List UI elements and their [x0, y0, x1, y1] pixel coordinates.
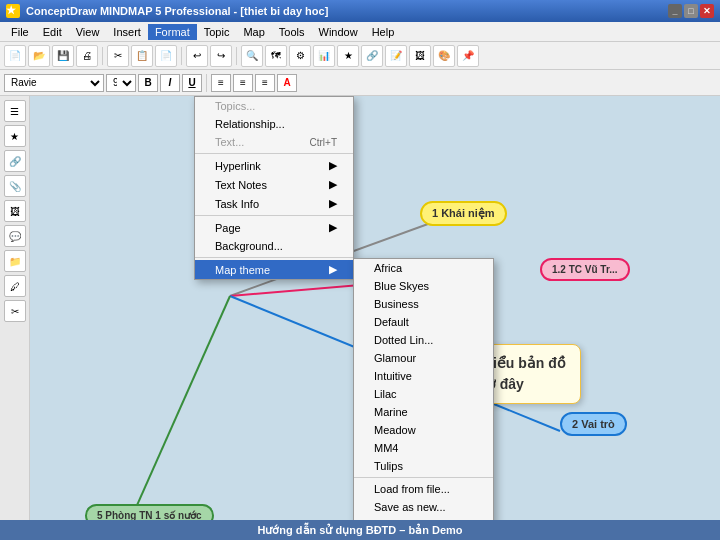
menu-bar: File Edit View Insert Format Topic Map T…: [0, 22, 720, 42]
tb2[interactable]: ⚙: [289, 45, 311, 67]
menu-view[interactable]: View: [69, 24, 107, 40]
tb8[interactable]: 🎨: [433, 45, 455, 67]
theme-load-file[interactable]: Load from file...: [354, 480, 493, 498]
node-vai-tro[interactable]: 2 Vai trò: [560, 412, 627, 436]
tb9[interactable]: 📌: [457, 45, 479, 67]
undo-button[interactable]: ↩: [186, 45, 208, 67]
theme-tulips[interactable]: Tulips: [354, 457, 493, 475]
menu-item-topics[interactable]: Topics...: [195, 97, 353, 115]
menu-insert[interactable]: Insert: [106, 24, 148, 40]
panel-btn-2[interactable]: ★: [4, 125, 26, 147]
theme-business[interactable]: Business: [354, 295, 493, 313]
node-tc-vu-tru[interactable]: 1.2 TC Vũ Tr...: [540, 258, 630, 281]
color-btn[interactable]: A: [277, 74, 297, 92]
svg-line-3: [130, 296, 230, 520]
panel-btn-4[interactable]: 📎: [4, 175, 26, 197]
theme-dotted-lin[interactable]: Dotted Lin...: [354, 331, 493, 349]
theme-glamour[interactable]: Glamour: [354, 349, 493, 367]
status-bar: Hướng dẫn sử dụng BĐTD – bản Demo: [0, 520, 720, 540]
menu-item-task-info[interactable]: Task Info ▶: [195, 194, 353, 213]
tb4[interactable]: ★: [337, 45, 359, 67]
theme-reset[interactable]: Reset level to default: [354, 516, 493, 520]
separator3: [236, 47, 237, 65]
window-title: ConceptDraw MINDMAP 5 Professional - [th…: [26, 5, 328, 17]
align-left[interactable]: ≡: [211, 74, 231, 92]
panel-btn-5[interactable]: 🖼: [4, 200, 26, 222]
paste-button[interactable]: 📄: [155, 45, 177, 67]
main-area: ☰ ★ 🔗 📎 🖼 💬 📁 🖊 ✂ 1 Khái niệm 1.2 TC Vũ …: [0, 96, 720, 520]
panel-btn-3[interactable]: 🔗: [4, 150, 26, 172]
font-size-select[interactable]: 9: [106, 74, 136, 92]
menu-item-background[interactable]: Background...: [195, 237, 353, 255]
left-panel: ☰ ★ 🔗 📎 🖼 💬 📁 🖊 ✂: [0, 96, 30, 520]
theme-marine[interactable]: Marine: [354, 403, 493, 421]
print-button[interactable]: 🖨: [76, 45, 98, 67]
mindmap-canvas: 1 Khái niệm 1.2 TC Vũ Tr... 2 Vai trò 5 …: [30, 96, 720, 520]
theme-save-new[interactable]: Save as new...: [354, 498, 493, 516]
new-button[interactable]: 📄: [4, 45, 26, 67]
sep1: [195, 153, 353, 154]
panel-btn-6[interactable]: 💬: [4, 225, 26, 247]
menu-item-relationship[interactable]: Relationship...: [195, 115, 353, 133]
format-toolbar: Ravie 9 B I U ≡ ≡ ≡ A: [0, 70, 720, 96]
menu-item-text-notes[interactable]: Text Notes ▶: [195, 175, 353, 194]
theme-meadow[interactable]: Meadow: [354, 421, 493, 439]
theme-sep1: [354, 477, 493, 478]
zoom-button[interactable]: 🔍: [241, 45, 263, 67]
bold-button[interactable]: B: [138, 74, 158, 92]
panel-btn-8[interactable]: 🖊: [4, 275, 26, 297]
copy-button[interactable]: 📋: [131, 45, 153, 67]
tb7[interactable]: 🖼: [409, 45, 431, 67]
footer-text: Hướng dẫn sử dụng BĐTD – bản Demo: [257, 524, 462, 537]
cut-button[interactable]: ✂: [107, 45, 129, 67]
menu-edit[interactable]: Edit: [36, 24, 69, 40]
window-controls: _ □ ✕: [668, 4, 714, 18]
node-phong-tn[interactable]: 5 Phòng TN 1 số nước: [85, 504, 214, 520]
panel-btn-9[interactable]: ✂: [4, 300, 26, 322]
theme-default[interactable]: Default: [354, 313, 493, 331]
menu-item-text[interactable]: Text... Ctrl+T: [195, 133, 353, 151]
minimize-button[interactable]: _: [668, 4, 682, 18]
font-select[interactable]: Ravie: [4, 74, 104, 92]
theme-lilac[interactable]: Lilac: [354, 385, 493, 403]
menu-item-hyperlink[interactable]: Hyperlink ▶: [195, 156, 353, 175]
menu-topic[interactable]: Topic: [197, 24, 237, 40]
separator1: [102, 47, 103, 65]
theme-mm4[interactable]: MM4: [354, 439, 493, 457]
menu-format[interactable]: Format: [148, 24, 197, 40]
open-button[interactable]: 📂: [28, 45, 50, 67]
separator2: [181, 47, 182, 65]
panel-btn-7[interactable]: 📁: [4, 250, 26, 272]
separator4: [206, 74, 207, 92]
menu-help[interactable]: Help: [365, 24, 402, 40]
sep3: [195, 257, 353, 258]
tb6[interactable]: 📝: [385, 45, 407, 67]
save-button[interactable]: 💾: [52, 45, 74, 67]
menu-tools[interactable]: Tools: [272, 24, 312, 40]
underline-button[interactable]: U: [182, 74, 202, 92]
map-theme-submenu: Africa Blue Skyes Business Default Dotte…: [353, 258, 494, 520]
title-bar: ★ ConceptDraw MINDMAP 5 Professional - […: [0, 0, 720, 22]
align-center[interactable]: ≡: [233, 74, 253, 92]
italic-button[interactable]: I: [160, 74, 180, 92]
menu-item-page[interactable]: Page ▶: [195, 218, 353, 237]
menu-map[interactable]: Map: [236, 24, 271, 40]
app-icon: ★: [6, 4, 20, 18]
redo-button[interactable]: ↪: [210, 45, 232, 67]
maximize-button[interactable]: □: [684, 4, 698, 18]
menu-item-map-theme[interactable]: Map theme ▶: [195, 260, 353, 279]
sep2: [195, 215, 353, 216]
close-button[interactable]: ✕: [700, 4, 714, 18]
format-dropdown: Topics... Relationship... Text... Ctrl+T…: [194, 96, 354, 280]
tb3[interactable]: 📊: [313, 45, 335, 67]
theme-intuitive[interactable]: Intuitive: [354, 367, 493, 385]
menu-window[interactable]: Window: [312, 24, 365, 40]
tb1[interactable]: 🗺: [265, 45, 287, 67]
align-right[interactable]: ≡: [255, 74, 275, 92]
menu-file[interactable]: File: [4, 24, 36, 40]
tb5[interactable]: 🔗: [361, 45, 383, 67]
panel-btn-1[interactable]: ☰: [4, 100, 26, 122]
theme-blue-skyes[interactable]: Blue Skyes: [354, 277, 493, 295]
node-khai-niem[interactable]: 1 Khái niệm: [420, 201, 507, 226]
theme-africa[interactable]: Africa: [354, 259, 493, 277]
